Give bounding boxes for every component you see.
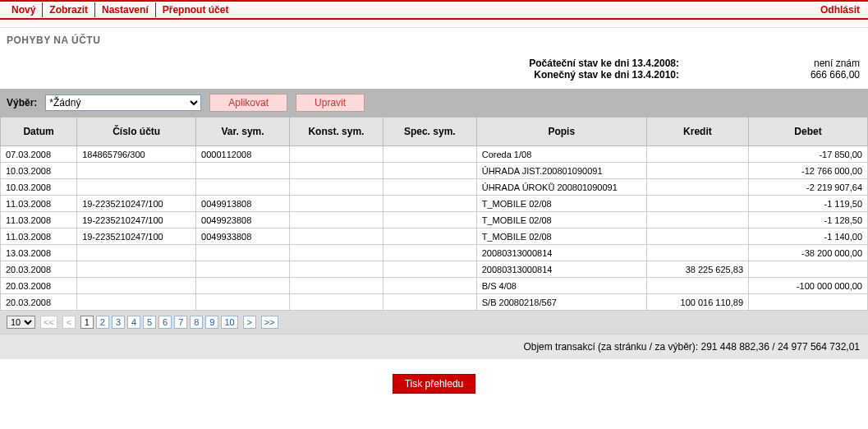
pager-last[interactable]: >>: [261, 316, 278, 329]
main-menu: Nový Zobrazit Nastavení Přepnout účet: [5, 2, 235, 17]
print-row: Tisk přehledu: [0, 359, 868, 408]
filter-select[interactable]: *Žádný: [45, 95, 201, 111]
pager-page-10[interactable]: 10: [221, 316, 237, 329]
print-button[interactable]: Tisk přehledu: [393, 374, 476, 394]
cell-description: T_MOBILE 02/08: [476, 228, 646, 245]
cell-spec-sym: [383, 294, 476, 311]
cell-var-sym: [196, 245, 290, 261]
cell-account: [77, 278, 196, 294]
table-row: 20.03.2008B/S 4/08-100 000 000,00: [1, 278, 868, 294]
cell-debit: -2 219 907,64: [749, 179, 868, 196]
cell-spec-sym: [383, 212, 476, 228]
cell-debit: -38 200 000,00: [749, 245, 868, 261]
cell-debit: -100 000 000,00: [749, 278, 868, 294]
cell-date: 20.03.2008: [1, 278, 77, 294]
pager-page-7[interactable]: 7: [174, 316, 187, 329]
cell-credit: [646, 228, 748, 245]
filter-bar: Výběr: *Žádný Aplikovat Upravit: [0, 89, 868, 117]
table-row: 10.03.2008ÚHRADA ÚROKŮ 200801090091-2 21…: [1, 179, 868, 196]
pager-page-5[interactable]: 5: [143, 316, 156, 329]
pager-prev[interactable]: <: [62, 316, 76, 329]
table-row: 11.03.200819-2235210247/1000049933808T_M…: [1, 228, 868, 245]
cell-spec-sym: [383, 278, 476, 294]
cell-konst-sym: [289, 146, 383, 163]
col-var-sym: Var. sym.: [196, 118, 290, 146]
cell-konst-sym: [289, 163, 383, 179]
closing-balance-value: 666 666,00: [745, 69, 860, 81]
edit-button[interactable]: Upravit: [296, 94, 365, 112]
cell-konst-sym: [289, 196, 383, 212]
cell-konst-sym: [289, 261, 383, 278]
cell-var-sym: [196, 179, 290, 196]
cell-spec-sym: [383, 228, 476, 245]
pager-page-1[interactable]: 1: [80, 316, 94, 329]
cell-account: 184865796/300: [77, 146, 196, 163]
cell-description: ÚHRADA JIST.200801090091: [476, 163, 646, 179]
volume-label: Objem transakcí (za stránku / za výběr):: [523, 341, 700, 353]
apply-button[interactable]: Aplikovat: [209, 94, 287, 112]
cell-debit: [749, 261, 868, 278]
cell-account: 19-2235210247/100: [77, 196, 196, 212]
cell-date: 13.03.2008: [1, 245, 77, 261]
cell-description: S/B 20080218/567: [476, 294, 646, 311]
table-row: 11.03.200819-2235210247/1000049923808T_M…: [1, 212, 868, 228]
cell-debit: -1 128,50: [749, 212, 868, 228]
pager-page-8[interactable]: 8: [190, 316, 203, 329]
cell-date: 10.03.2008: [1, 179, 77, 196]
transactions-table: Datum Číslo účtu Var. sym. Konst. sym. S…: [0, 117, 868, 311]
menu-new[interactable]: Nový: [5, 2, 43, 17]
cell-date: 20.03.2008: [1, 294, 77, 311]
col-date: Datum: [1, 118, 77, 146]
cell-credit: 100 016 110,89: [646, 294, 748, 311]
pager-page-3[interactable]: 3: [112, 316, 125, 329]
col-account: Číslo účtu: [77, 118, 196, 146]
page-title: POHYBY NA ÚČTU: [0, 28, 868, 54]
cell-account: [77, 261, 196, 278]
opening-balance-label: Počáteční stav ke dni 13.4.2008:: [383, 58, 679, 69]
cell-date: 11.03.2008: [1, 212, 77, 228]
cell-account: [77, 245, 196, 261]
pager-next[interactable]: >: [243, 316, 256, 329]
pager-page-4[interactable]: 4: [127, 316, 140, 329]
col-description: Popis: [476, 118, 646, 146]
cell-var-sym: 0049913808: [196, 196, 290, 212]
cell-spec-sym: [383, 196, 476, 212]
table-header-row: Datum Číslo účtu Var. sym. Konst. sym. S…: [1, 118, 868, 146]
pager-first[interactable]: <<: [40, 316, 57, 329]
cell-var-sym: 0000112008: [196, 146, 290, 163]
col-konst-sym: Konst. sym.: [289, 118, 383, 146]
logout-link[interactable]: Odhlásit: [820, 4, 863, 16]
pager-page-9[interactable]: 9: [205, 316, 218, 329]
cell-debit: -1 119,50: [749, 196, 868, 212]
cell-konst-sym: [289, 245, 383, 261]
cell-date: 11.03.2008: [1, 196, 77, 212]
cell-debit: [749, 294, 868, 311]
col-debit: Debet: [749, 118, 868, 146]
cell-var-sym: [196, 294, 290, 311]
menu-view[interactable]: Zobrazit: [43, 2, 95, 17]
cell-description: ÚHRADA ÚROKŮ 200801090091: [476, 179, 646, 196]
cell-credit: [646, 146, 748, 163]
cell-credit: [646, 212, 748, 228]
table-row: 13.03.200820080313000814-38 200 000,00: [1, 245, 868, 261]
cell-var-sym: [196, 163, 290, 179]
cell-spec-sym: [383, 163, 476, 179]
page-size-select[interactable]: 10: [7, 316, 35, 329]
table-row: 10.03.2008ÚHRADA JIST.200801090091-12 76…: [1, 163, 868, 179]
cell-description: B/S 4/08: [476, 278, 646, 294]
pager-page-6[interactable]: 6: [158, 316, 172, 329]
cell-date: 11.03.2008: [1, 228, 77, 245]
menu-switch-account[interactable]: Přepnout účet: [156, 2, 236, 17]
pager-page-2[interactable]: 2: [96, 316, 109, 329]
cell-var-sym: [196, 278, 290, 294]
menu-settings[interactable]: Nastavení: [95, 2, 156, 17]
cell-credit: [646, 278, 748, 294]
cell-konst-sym: [289, 294, 383, 311]
cell-spec-sym: [383, 146, 476, 163]
cell-var-sym: 0049923808: [196, 212, 290, 228]
cell-spec-sym: [383, 179, 476, 196]
pager: 10 << < 1 2 3 4 5 6 7 8 9 10 > >>: [0, 311, 868, 334]
cell-var-sym: 0049933808: [196, 228, 290, 245]
cell-credit: 38 225 625,83: [646, 261, 748, 278]
cell-konst-sym: [289, 179, 383, 196]
